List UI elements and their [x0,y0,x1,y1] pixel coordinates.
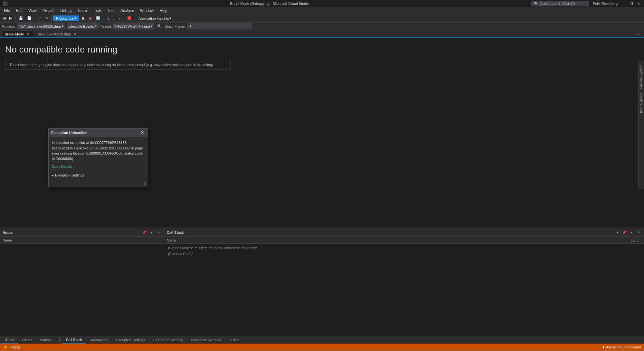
bottom-tab-breakpoints[interactable]: Breakpoints [86,337,112,344]
restore-button[interactable]: ❐ [629,1,634,6]
menu-test[interactable]: Test [105,8,117,14]
toolbar-redo[interactable]: ↪ [43,15,50,22]
toolbar-stop[interactable]: ⏹ [87,15,94,22]
menu-tools[interactable]: Tools [90,8,104,14]
menu-edit[interactable]: Edit [13,8,25,14]
menu-window[interactable]: Window [137,8,156,14]
app-insights-button[interactable]: Application Insights ▾ [137,15,173,22]
autos-close-button[interactable]: ✕ [156,230,161,235]
menu-view[interactable]: View [26,8,39,14]
bottom-tab-immediate-window[interactable]: Immediate Window [187,337,225,344]
stack-dropdown[interactable] [187,24,251,29]
toolbar-save-all[interactable]: 📄 [25,15,33,22]
tab-break-mode[interactable]: Break Mode ✕ [1,30,34,37]
callstack-panel-title: Call Stack [167,231,184,234]
exception-body: Unhandled exception at 0x00007FF69EB1518… [49,137,148,181]
autos-col-name: Name [3,238,12,242]
callstack-pin-button[interactable]: 📌 [621,230,627,235]
bottom-tab-locals[interactable]: Locals [18,337,36,344]
exception-settings-chevron [52,173,54,178]
exception-settings-item[interactable]: Exception Settings [52,171,145,179]
bottom-tab-callstack[interactable]: Call Stack [62,337,86,344]
continue-label: Continue [59,16,73,20]
callstack-dropdown2-button[interactable]: ▾ [614,230,620,235]
bottom-tab-watch1[interactable]: Watch 1 [36,337,57,344]
close-button[interactable]: ✕ [636,1,641,6]
menu-debug[interactable]: Debug [58,8,74,14]
callstack-col-name: Name [167,238,176,242]
bottom-tab-autos[interactable]: Autos [1,337,18,344]
ready-label: Ready [10,345,21,349]
bottom-tab-exception-settings[interactable]: Exception Settings [112,337,149,344]
menu-analyze[interactable]: Analyze [118,8,137,14]
toolbar-forward[interactable]: ▶ [8,15,14,22]
title-bar-title: Break Mode (Debugging) - Microsoft Visua… [8,2,531,5]
autos-panel-title: Autos [3,231,13,234]
toolbar-step-into[interactable]: ↓ [111,15,117,22]
toolbar-step-over[interactable]: ⤵ [106,15,111,22]
process-dropdown[interactable]: [N/A] slack.exe.60920.dmp [17,24,65,29]
callstack-columns: Name Lang... [164,237,644,244]
toolbar-sep-5 [124,15,124,21]
menu-file[interactable]: File [1,8,13,14]
exception-message: Unhandled exception at 0x00007FF69EB1518… [52,140,145,161]
search-box[interactable]: 🔍 Quick Launch (Ctrl+Q) [531,1,589,6]
toolbar-breakpoints[interactable]: 🔴 [126,15,133,22]
bottom-tab-output[interactable]: Output [225,337,243,344]
callstack-dropdown-button[interactable]: ▾ [629,230,634,235]
source-control-label[interactable]: Add to Source Control [606,345,641,349]
sidebar-tab-team-explorer[interactable]: Team Explorer [639,91,644,115]
process-label: Process: [2,24,16,28]
thread-filter[interactable]: 🔍 [156,23,163,30]
exception-resize-handle[interactable]: ⠿ [49,181,148,187]
minimize-button[interactable]: — [621,1,627,6]
tab-dmp-file[interactable]: slack.exe.60920.dmp ✕ [34,30,81,37]
exception-settings-label: Exception Settings [55,173,84,178]
callstack-content: [Frames may be missing, no binary loaded… [164,244,644,336]
toolbar-sep-1 [15,15,15,21]
autos-panel: Autos 📌 ▾ ✕ Name [0,228,164,336]
toolbar-back[interactable]: ◀ [1,15,7,22]
status-left: ⚡ Ready [3,345,21,349]
toolbar-restart[interactable]: 🔄 [94,15,102,22]
toolbar-step-out[interactable]: ↑ [117,15,122,22]
lifecycle-label: Lifecycle Events [68,24,94,28]
toolbar-save[interactable]: 💾 [17,15,25,22]
stack-label: Stack Frame: [165,24,185,28]
callstack-panel-controls: ▾ 📌 ▾ ✕ [614,230,641,235]
menu-team[interactable]: Team [75,8,90,14]
tab-break-mode-label: Break Mode [5,32,24,36]
process-dropdown-icon [62,24,64,28]
app-insights-dropdown-icon: ▾ [170,16,172,20]
tab-dmp-close[interactable]: ✕ [73,32,77,36]
tab-expand[interactable]: ⋯ [634,30,643,37]
sidebar-tab-solution-explorer[interactable]: Solution Explorer [639,63,644,90]
toolbar-sep-3 [51,15,52,21]
toolbar-pause[interactable]: ⏸ [80,15,86,22]
app-insights-label: Application Insights [138,16,169,20]
menu-project[interactable]: Project [40,8,57,14]
title-bar: ⬛ Break Mode (Debugging) - Microsoft Vis… [0,0,644,7]
copy-details-link[interactable]: Copy Details [52,164,145,169]
autos-dropdown-button[interactable]: ▾ [148,230,154,235]
callstack-row-2: [External Code] [167,251,641,257]
bottom-tab-command-window[interactable]: Command Window [149,337,187,344]
menu-help[interactable]: Help [157,8,170,14]
exception-title: Exception Unhandled [51,131,87,135]
exception-close-button[interactable]: ✕ [139,130,145,136]
callstack-close-button[interactable]: ✕ [636,230,641,235]
vs-logo: ⬛ [3,1,8,6]
callstack-panel-header: Call Stack ▾ 📌 ▾ ✕ [164,228,644,237]
stack-dropdown-icon [190,24,192,28]
thread-dropdown[interactable]: [49376] Win64 Thread [113,24,155,29]
no-code-title: No compatible code running [5,44,639,55]
lifecycle-dropdown[interactable]: Lifecycle Events [67,24,98,29]
autos-panel-controls: 📌 ▾ ✕ [141,230,161,235]
autos-panel-header: Autos 📌 ▾ ✕ [0,228,164,237]
main-area: No compatible code running The selected … [0,38,644,336]
autos-pin-button[interactable]: 📌 [141,230,147,235]
toolbar-sep-2 [35,15,35,21]
toolbar-undo[interactable]: ↩ [37,15,43,22]
continue-button[interactable]: ▶ Continue ▾ [53,15,79,21]
tab-break-mode-close[interactable]: ✕ [26,32,30,36]
